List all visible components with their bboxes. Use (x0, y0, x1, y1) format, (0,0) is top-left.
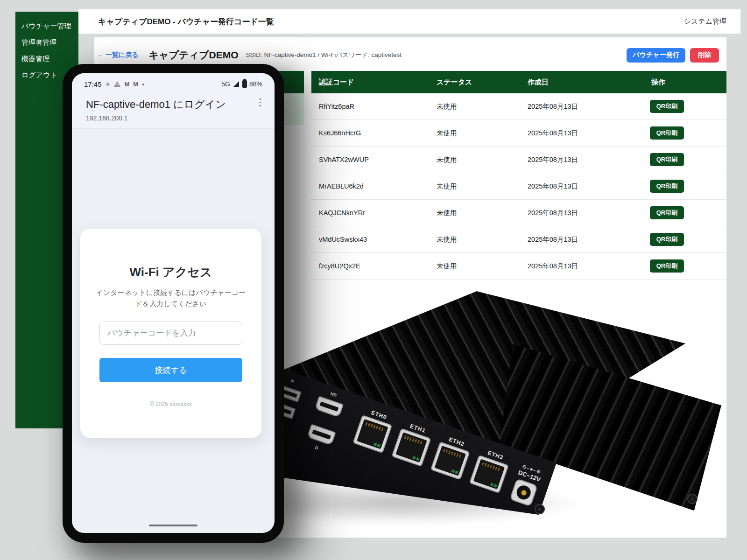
status-cell: 未使用 (437, 129, 528, 138)
column-header-action: 操作 (642, 78, 726, 87)
device-photo: Ψ HD D ETH0ETH1ETH2ETH3 ⊖–●–⊕ DC~12V + + (280, 261, 721, 534)
sidebar-item-1[interactable]: バウチャー管理 (21, 21, 74, 31)
usb-icon: Ψ (290, 378, 295, 384)
topbar: キャプティブDEMO - バウチャー発行コード一覧 システム管理 (78, 9, 740, 34)
sidebar-item-2[interactable]: 管理者管理 (21, 37, 74, 47)
captive-demo-title: キャプティブDEMO (149, 49, 239, 62)
voucher-table-row: vMdUcSwskx43未使用2025年08月13日QR印刷 (311, 226, 726, 253)
voucher-code-cell: MrAEBLU6k2d (311, 182, 437, 190)
wifi-question-icon: ? (114, 81, 120, 87)
toolbar: ← 一覧に戻る キャプティブDEMO SSID: NF-captive-demo… (97, 48, 719, 63)
status-cell: 未使用 (437, 182, 528, 191)
action-cell: QR印刷 (642, 180, 726, 193)
qr-print-button[interactable]: QR印刷 (650, 153, 684, 166)
created-date-cell: 2025年08月13日 (528, 235, 642, 244)
page: バウチャー管理管理者管理機器管理ログアウト キャプティブDEMO - バウチャー… (0, 0, 747, 560)
qr-print-button[interactable]: QR印刷 (650, 100, 684, 113)
displayport-icon: D (314, 445, 318, 451)
column-header-code: 認証コード (311, 78, 437, 87)
status-time: 17:45 (84, 80, 102, 88)
created-date-cell: 2025年08月13日 (528, 209, 642, 217)
captive-login-title: NF-captive-demo1 にログイン (86, 98, 226, 112)
slack-notification-icon: ✳ (106, 81, 111, 88)
voucher-table-row: RfiYitz6paR未使用2025年08月13日QR印刷 (311, 93, 726, 120)
voucher-table-body: RfiYitz6paR未使用2025年08月13日QR印刷Ks6J66nHcrG… (311, 93, 726, 280)
captive-portal-url: 192.168.200.1 (72, 112, 275, 122)
qr-print-button[interactable]: QR印刷 (650, 206, 684, 219)
column-header-created: 作成日 (528, 78, 642, 87)
status-cell: 未使用 (437, 209, 528, 217)
phone-status-bar: 17:45 ✳ ? M M • 5G 88% (72, 73, 275, 87)
status-cell: 未使用 (437, 235, 528, 244)
voucher-table-row: Ks6J66nHcrG未使用2025年08月13日QR印刷 (311, 120, 726, 147)
status-cell: 未使用 (437, 155, 528, 164)
home-indicator-handle[interactable] (149, 525, 197, 526)
notification-dot-icon: • (142, 81, 144, 88)
network-type-label: 5G (221, 80, 230, 88)
voucher-table-row: MrAEBLU6k2d未使用2025年08月13日QR印刷 (311, 173, 726, 200)
voucher-table-row: SVhATX2wWUP未使用2025年08月13日QR印刷 (311, 147, 726, 173)
voucher-code-cell: SVhATX2wWUP (311, 156, 437, 163)
hdmi-icon: HD (330, 391, 338, 398)
portal-copyright: © 2025 xxxxxxxx (80, 401, 261, 407)
sidebar-item-3[interactable]: 機器管理 (21, 54, 74, 63)
dc-jack (509, 478, 538, 507)
portal-description: インターネットに接続するにはバウチャーコードを入力してください (94, 287, 248, 309)
qr-print-button[interactable]: QR印刷 (650, 180, 684, 193)
gmail-notification-icon: M (124, 81, 129, 88)
qr-print-button[interactable]: QR印刷 (650, 126, 684, 140)
issue-voucher-button[interactable]: バウチャー発行 (627, 48, 685, 63)
action-cell: QR印刷 (642, 126, 726, 140)
column-header-status: ステータス (437, 78, 528, 87)
page-title: キャプティブDEMO - バウチャー発行コード一覧 (98, 16, 274, 27)
voucher-table-header: 認証コード ステータス 作成日 操作 (311, 71, 726, 93)
voucher-table: 認証コード ステータス 作成日 操作 RfiYitz6paR未使用2025年08… (311, 71, 726, 280)
voucher-code-input[interactable] (99, 322, 242, 345)
overflow-menu-icon[interactable]: ⋮ (255, 98, 265, 107)
created-date-cell: 2025年08月13日 (528, 182, 642, 191)
phone-browser-header: 17:45 ✳ ? M M • 5G 88% NF- (72, 73, 275, 129)
sidebar-nav: バウチャー管理管理者管理機器管理ログアウト (21, 21, 74, 80)
status-cell: 未使用 (437, 102, 528, 111)
created-date-cell: 2025年08月13日 (528, 155, 642, 164)
smartphone-mockup: 17:45 ✳ ? M M • 5G 88% NF- (63, 64, 284, 543)
ethernet-port-eth2: ETH2 (430, 434, 473, 480)
screw-icon: + (687, 494, 698, 504)
gmail-notification-icon: M (133, 81, 138, 88)
dc-power-group: ⊖–●–⊕ DC~12V (502, 461, 550, 510)
system-admin-link[interactable]: システム管理 (684, 17, 726, 26)
ethernet-port-eth1: ETH1 (391, 420, 435, 467)
battery-icon (242, 80, 247, 88)
ssid-info: SSID: NF-captive-demo1 / Wi-Fiパスワード: cap… (246, 51, 402, 59)
voucher-code-cell: RfiYitz6paR (311, 103, 437, 110)
signal-strength-icon (233, 81, 239, 87)
created-date-cell: 2025年08月13日 (528, 129, 642, 138)
ethernet-port-eth0: ETH0 (352, 406, 395, 453)
battery-percent: 88% (249, 80, 262, 88)
action-cell: QR印刷 (642, 100, 726, 113)
action-cell: QR印刷 (642, 233, 726, 246)
created-date-cell: 2025年08月13日 (528, 102, 642, 111)
voucher-table-row: KAQJCNknYRr未使用2025年08月13日QR印刷 (311, 200, 726, 226)
voucher-code-cell: Ks6J66nHcrG (311, 129, 437, 137)
voucher-code-cell: vMdUcSwskx43 (311, 236, 437, 243)
action-cell: QR印刷 (642, 153, 726, 166)
qr-print-button[interactable]: QR印刷 (650, 233, 684, 246)
displayport-port (307, 424, 336, 446)
action-cell: QR印刷 (642, 206, 726, 219)
connect-button[interactable]: 接続する (99, 358, 242, 382)
screw-icon: + (535, 504, 545, 514)
back-to-list-link[interactable]: ← 一覧に戻る (97, 51, 139, 59)
delete-button[interactable]: 削除 (690, 48, 719, 63)
voucher-code-cell: KAQJCNknYRr (311, 209, 437, 217)
portal-heading: Wi-Fi アクセス (80, 264, 261, 280)
phone-screen: 17:45 ✳ ? M M • 5G 88% NF- (72, 73, 275, 533)
hdmi-port (314, 396, 344, 418)
wifi-portal-card: Wi-Fi アクセス インターネットに接続するにはバウチャーコードを入力してくだ… (80, 229, 261, 438)
